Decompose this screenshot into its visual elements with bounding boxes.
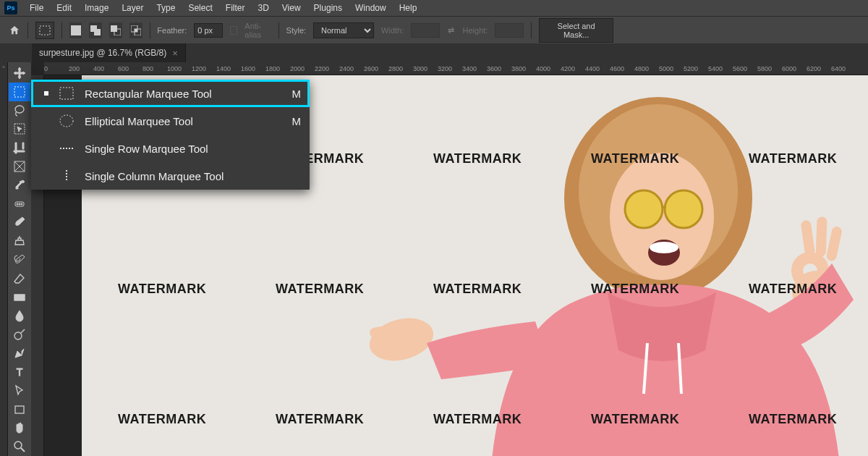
active-indicator-icon <box>44 91 48 96</box>
ruler-tick: 1000 <box>167 65 182 72</box>
flyout-item-elliptical-marquee[interactable]: Elliptical Marquee Tool M <box>31 107 310 135</box>
menu-filter[interactable]: Filter <box>219 1 252 15</box>
menu-type[interactable]: Type <box>150 1 182 15</box>
menu-view[interactable]: View <box>276 1 307 15</box>
type-tool[interactable]: T <box>9 363 30 381</box>
dodge-tool[interactable] <box>9 325 30 344</box>
ruler-tick: 5000 <box>659 65 673 72</box>
eraser-tool[interactable] <box>9 269 30 288</box>
selection-subtract-button[interactable] <box>109 22 122 38</box>
ruler-tick: 400 <box>93 65 104 72</box>
frame-tool[interactable] <box>9 157 30 176</box>
menu-file[interactable]: File <box>23 1 50 15</box>
watermark-text: WATERMARK <box>749 412 837 427</box>
svg-point-25 <box>14 442 22 449</box>
flyout-item-label: Single Column Marquee Tool <box>85 170 291 182</box>
move-tool[interactable] <box>9 64 30 83</box>
ruler-tick: 800 <box>142 65 153 72</box>
ruler-tick: 1400 <box>216 65 231 72</box>
ruler-tick: 0 <box>44 65 48 72</box>
watermark-text: WATERMARK <box>749 151 837 166</box>
document-tab[interactable]: surpesture.jpg @ 16.7% (RGB/8) × <box>32 43 186 62</box>
feather-label: Feather: <box>157 26 187 35</box>
pen-tool[interactable] <box>9 344 30 363</box>
app-logo: Ps <box>4 1 17 14</box>
history-brush-tool[interactable] <box>9 250 30 269</box>
menu-edit[interactable]: Edit <box>50 1 78 15</box>
menubar: Ps File Edit Image Layer Type Select Fil… <box>0 0 868 16</box>
zoom-tool[interactable] <box>9 437 30 456</box>
blur-tool[interactable] <box>9 307 30 326</box>
watermark-text: WATERMARK <box>276 282 364 297</box>
horizontal-ruler[interactable]: 0200400600800100012001400160018002000220… <box>44 62 868 75</box>
row-marquee-icon <box>59 142 75 155</box>
watermark-text: WATERMARK <box>433 412 522 427</box>
menu-plugins[interactable]: Plugins <box>307 1 349 15</box>
ruler-tick: 2200 <box>315 65 329 72</box>
menu-3d[interactable]: 3D <box>251 1 275 15</box>
divider <box>61 22 62 38</box>
toolbar: T <box>8 62 31 456</box>
flyout-item-single-col-marquee[interactable]: Single Column Marquee Tool <box>31 162 310 190</box>
selection-intersect-button[interactable] <box>129 22 142 38</box>
watermark-text: WATERMARK <box>118 412 206 427</box>
rect-marquee-icon <box>59 87 75 100</box>
healing-tool[interactable] <box>9 195 30 214</box>
home-icon[interactable] <box>9 24 20 37</box>
divider <box>531 22 532 38</box>
svg-line-26 <box>21 448 25 452</box>
tool-preset-button[interactable] <box>35 22 54 39</box>
ruler-tick: 4600 <box>610 65 624 72</box>
select-and-mask-button[interactable]: Select and Mask... <box>539 18 613 43</box>
feather-input[interactable] <box>194 23 223 38</box>
eyedropper-tool[interactable] <box>9 176 30 195</box>
menu-layer[interactable]: Layer <box>115 1 150 15</box>
divider <box>278 22 279 38</box>
selection-new-button[interactable] <box>69 22 82 38</box>
flyout-item-single-row-marquee[interactable]: Single Row Marquee Tool <box>31 135 310 162</box>
svg-rect-0 <box>40 26 50 35</box>
style-label: Style: <box>286 26 307 35</box>
ruler-tick: 2000 <box>290 65 305 72</box>
svg-rect-9 <box>14 87 25 97</box>
svg-point-21 <box>14 332 22 339</box>
ruler-tick: 5200 <box>684 65 698 72</box>
menu-help[interactable]: Help <box>393 1 424 15</box>
watermark-text: WATERMARK <box>591 151 679 166</box>
flyout-item-shortcut: M <box>292 88 302 100</box>
selection-add-button[interactable] <box>89 22 102 38</box>
svg-rect-3 <box>94 29 101 35</box>
svg-point-18 <box>21 203 22 205</box>
watermark-text: WATERMARK <box>749 282 837 297</box>
marquee-tool[interactable] <box>9 83 30 101</box>
svg-rect-1 <box>71 25 81 35</box>
gradient-tool[interactable] <box>9 288 30 307</box>
ellipse-marquee-icon <box>59 114 75 127</box>
ruler-tick: 3000 <box>413 65 427 72</box>
panel-collapse-toggle[interactable]: » <box>0 62 8 456</box>
lasso-tool[interactable] <box>9 101 30 120</box>
style-select[interactable]: Normal <box>313 22 374 38</box>
object-select-tool[interactable] <box>9 119 30 138</box>
rectangle-tool[interactable] <box>9 400 30 419</box>
path-select-tool[interactable] <box>9 381 30 400</box>
close-tab-icon[interactable]: × <box>172 48 178 59</box>
ruler-tick: 6400 <box>831 65 846 72</box>
svg-rect-8 <box>135 29 137 32</box>
ruler-tick: 600 <box>118 65 129 72</box>
svg-point-17 <box>19 203 20 205</box>
crop-tool[interactable] <box>9 138 30 157</box>
watermark-text: WATERMARK <box>433 282 522 297</box>
flyout-item-rectangular-marquee[interactable]: Rectangular Marquee Tool M <box>31 80 310 107</box>
brush-tool[interactable] <box>9 214 30 232</box>
hand-tool[interactable] <box>9 418 30 437</box>
ruler-tick: 1600 <box>241 65 255 72</box>
antialias-checkbox <box>230 26 237 35</box>
menu-select[interactable]: Select <box>182 1 218 15</box>
menu-image[interactable]: Image <box>78 1 115 15</box>
clone-tool[interactable] <box>9 232 30 250</box>
height-label: Height: <box>463 26 488 35</box>
ruler-tick: 5800 <box>757 65 772 72</box>
menu-window[interactable]: Window <box>349 1 393 15</box>
ruler-tick: 6000 <box>782 65 796 72</box>
